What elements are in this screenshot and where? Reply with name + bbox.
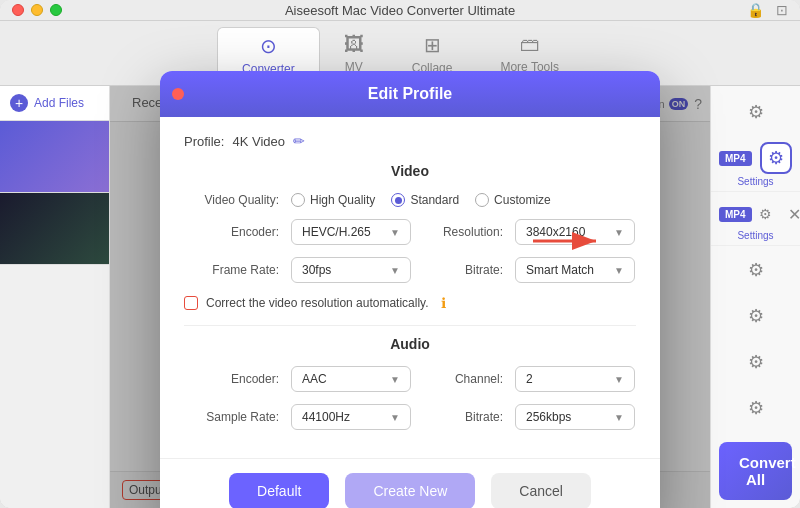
bitrate-select[interactable]: Smart Match ▼ [515,257,635,283]
quality-standard[interactable]: Standard [391,193,459,207]
close-button[interactable] [12,4,24,16]
file-list: + Add Files [0,86,110,508]
audio-bitrate-select[interactable]: 256kbps ▼ [515,404,635,430]
resolution-arrow: ▼ [614,227,624,238]
edit-profile-modal: Edit Profile Profile: 4K Video ✏ Video [160,71,660,508]
center-area: Recently Used Video Audio Device 🔍 tion … [110,86,710,508]
encoder-value: HEVC/H.265 [302,225,371,239]
audio-bitrate-arrow: ▼ [614,412,624,423]
channel-label: Channel: [423,372,503,386]
video-quality-radio-group: High Quality Standard Customize [291,193,551,207]
video-quality-row: Video Quality: High Quality Standard [184,193,636,207]
video-quality-label: Video Quality: [184,193,279,207]
channel-value: 2 [526,372,533,386]
video-section-title: Video [184,163,636,179]
audio-bitrate-label: Bitrate: [423,410,503,424]
edit-icon[interactable]: ✏ [293,133,305,149]
convert-all-button[interactable]: Convert All [719,442,792,500]
auto-resolution-row: Correct the video resolution automatical… [184,295,636,311]
framerate-select[interactable]: 30fps ▼ [291,257,411,283]
mv-icon: 🖼 [344,33,364,56]
quality-standard-label: Standard [410,193,459,207]
traffic-lights [12,4,62,16]
gear-button-2[interactable]: ⚙ [752,200,780,228]
channel-arrow: ▼ [614,374,624,385]
bitrate-arrow: ▼ [614,265,624,276]
gear-button-1[interactable]: ⚙ [760,142,792,174]
quality-high-label: High Quality [310,193,375,207]
encoder-label: Encoder: [184,225,279,239]
info-icon: ⊡ [776,2,788,18]
bitrate-label: Bitrate: [423,263,503,277]
more-tools-icon: 🗃 [520,33,540,56]
settings-panel: ⚙ MP4 ⚙ Settings MP4 ⚙ ✕ Settings [710,86,800,508]
rp-entry-1: MP4 ⚙ Settings [711,136,800,192]
encoder-select[interactable]: HEVC/H.265 ▼ [291,219,411,245]
samplerate-select[interactable]: 44100Hz ▼ [291,404,411,430]
audio-encoder-arrow: ▼ [390,374,400,385]
samplerate-value: 44100Hz [302,410,350,424]
audio-encoder-label: Encoder: [184,372,279,386]
profile-row: Profile: 4K Video ✏ [184,133,636,149]
audio-encoder-select[interactable]: AAC ▼ [291,366,411,392]
audio-encoder-value: AAC [302,372,327,386]
thumbnail-1[interactable] [0,121,109,193]
profile-label: Profile: [184,134,224,149]
default-button[interactable]: Default [229,473,329,508]
framerate-value: 30fps [302,263,331,277]
lock-icon: 🔒 [747,2,764,18]
section-divider [184,325,636,326]
settings-link-1[interactable]: Settings [737,176,773,187]
close-entry-2[interactable]: ✕ [788,205,800,224]
gear-button-6[interactable]: ⚙ [736,388,776,428]
audio-bitrate-value: 256kbps [526,410,571,424]
channel-select[interactable]: 2 ▼ [515,366,635,392]
framerate-label: Frame Rate: [184,263,279,277]
app-window: Aiseesoft Mac Video Converter Ultimate 🔒… [0,0,800,508]
radio-standard[interactable] [391,193,405,207]
framerate-bitrate-row: Frame Rate: 30fps ▼ Bitrate: Smart Match… [184,257,636,283]
quality-high[interactable]: High Quality [291,193,375,207]
framerate-arrow: ▼ [390,265,400,276]
title-icons: 🔒 ⊡ [747,2,788,18]
settings-link-2[interactable]: Settings [737,230,773,241]
main-content: + Add Files Recently Used Video Audio [0,86,800,508]
converter-icon: ⊙ [260,34,277,58]
thumbnail-2[interactable] [0,193,109,265]
auto-resolution-checkbox[interactable] [184,296,198,310]
modal-title: Edit Profile [174,85,646,103]
window-title: Aiseesoft Mac Video Converter Ultimate [285,3,515,18]
title-bar: Aiseesoft Mac Video Converter Ultimate 🔒… [0,0,800,21]
format-badge-1: MP4 [719,151,752,166]
info-circle-icon: ℹ [441,295,446,311]
modal-footer: Default Create New Cancel [160,458,660,508]
modal-header: Edit Profile [160,71,660,117]
radio-high[interactable] [291,193,305,207]
minimize-button[interactable] [31,4,43,16]
bitrate-value: Smart Match [526,263,594,277]
create-new-button[interactable]: Create New [345,473,475,508]
maximize-button[interactable] [50,4,62,16]
gear-button-5[interactable]: ⚙ [736,342,776,382]
red-arrow-annotation [528,226,608,260]
gear-button-top[interactable]: ⚙ [736,92,776,132]
samplerate-label: Sample Rate: [184,410,279,424]
auto-resolution-label: Correct the video resolution automatical… [206,296,429,310]
collage-icon: ⊞ [424,33,441,57]
gear-button-3[interactable]: ⚙ [736,250,776,290]
rp-entry-2: MP4 ⚙ ✕ Settings [711,194,800,246]
modal-close-button[interactable] [172,88,184,100]
radio-customize[interactable] [475,193,489,207]
modal-overlay: Edit Profile Profile: 4K Video ✏ Video [110,86,710,508]
plus-icon: + [10,94,28,112]
modal-body: Profile: 4K Video ✏ Video Video Quality: [160,117,660,458]
gear-button-4[interactable]: ⚙ [736,296,776,336]
cancel-button[interactable]: Cancel [491,473,591,508]
quality-customize[interactable]: Customize [475,193,551,207]
encoder-arrow: ▼ [390,227,400,238]
audio-section-title: Audio [184,336,636,352]
samplerate-audiobitrate-row: Sample Rate: 44100Hz ▼ Bitrate: 256kbps … [184,404,636,430]
audio-encoder-channel-row: Encoder: AAC ▼ Channel: 2 ▼ [184,366,636,392]
format-badge-2: MP4 [719,207,752,222]
add-files-button[interactable]: + Add Files [0,86,109,121]
